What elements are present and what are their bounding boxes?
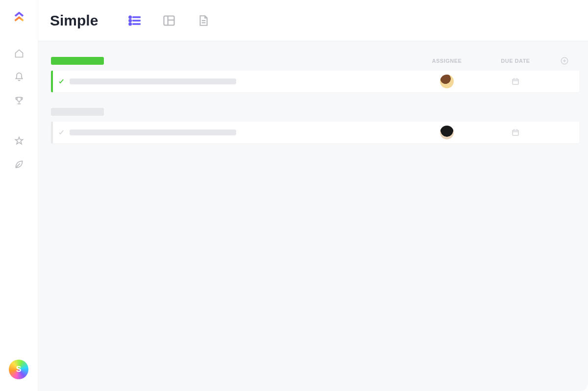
home-icon[interactable] xyxy=(14,48,24,59)
topbar: Simple xyxy=(38,0,588,41)
svg-point-0 xyxy=(129,16,131,18)
assignee-avatar[interactable] xyxy=(440,126,454,139)
due-date-icon[interactable] xyxy=(511,128,520,137)
task-row[interactable] xyxy=(51,122,579,143)
svg-rect-14 xyxy=(513,79,518,85)
task-group-1 xyxy=(51,71,579,92)
due-date-icon[interactable] xyxy=(511,77,520,86)
add-column-icon[interactable] xyxy=(560,56,569,65)
bell-icon[interactable] xyxy=(14,72,24,82)
trophy-icon[interactable] xyxy=(14,95,24,106)
svg-rect-18 xyxy=(513,130,518,136)
leaf-icon[interactable] xyxy=(14,159,24,170)
task-group-2 xyxy=(51,122,579,143)
main: Simple xyxy=(38,0,588,391)
assignee-avatar[interactable] xyxy=(440,75,454,88)
column-headers: ASSIGNEE DUE DATE xyxy=(51,54,579,68)
view-switcher xyxy=(127,13,211,28)
check-icon[interactable] xyxy=(53,78,70,85)
column-assignee-label: ASSIGNEE xyxy=(413,58,481,64)
group-2-header xyxy=(51,105,579,119)
task-name-placeholder xyxy=(70,130,236,135)
page-title: Simple xyxy=(50,12,98,29)
list-view-icon[interactable] xyxy=(127,13,142,28)
doc-view-icon[interactable] xyxy=(196,13,211,28)
check-icon[interactable] xyxy=(53,129,70,136)
board-view-icon[interactable] xyxy=(162,13,176,28)
star-icon[interactable] xyxy=(14,135,24,146)
column-due-label: DUE DATE xyxy=(481,58,550,64)
svg-point-2 xyxy=(129,20,131,22)
svg-point-4 xyxy=(129,23,131,25)
app-root: S Simple xyxy=(0,0,588,391)
content: ASSIGNEE DUE DATE xyxy=(38,41,588,391)
task-name-placeholder xyxy=(70,78,236,84)
status-pill-gray[interactable] xyxy=(51,108,104,116)
clickup-logo[interactable] xyxy=(12,10,26,25)
task-row[interactable] xyxy=(51,71,579,92)
status-pill-green[interactable] xyxy=(51,57,104,65)
user-avatar[interactable]: S xyxy=(9,360,28,379)
sidebar: S xyxy=(0,0,38,391)
user-initial: S xyxy=(16,365,22,374)
